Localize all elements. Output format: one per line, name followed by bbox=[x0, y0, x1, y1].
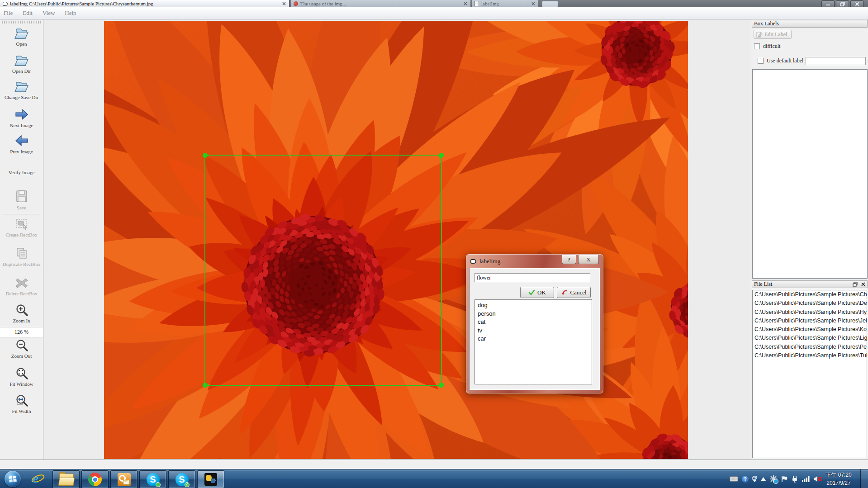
file-list-item[interactable]: C:\Users\Public\Pictures\Sample Pictures… bbox=[753, 299, 867, 308]
toolbar-delete-rectbox-button[interactable]: Delete RectBox bbox=[0, 277, 43, 297]
file-list-item[interactable]: C:\Users\Public\Pictures\Sample Pictures… bbox=[753, 343, 867, 351]
taskbar-skype-2[interactable]: S ✓ bbox=[168, 470, 195, 488]
windows-flag-icon bbox=[9, 475, 17, 483]
dialog-help-button[interactable]: ? bbox=[562, 255, 576, 264]
toolbar-create-rectbox-button[interactable]: Create RectBox bbox=[0, 217, 43, 238]
file-list-dock-header[interactable]: File List bbox=[752, 280, 868, 288]
label-options-list[interactable]: dog person cat tv car bbox=[474, 299, 592, 384]
label-option[interactable]: tv bbox=[475, 327, 592, 335]
toolbar-zoom-in-button[interactable]: Zoom In bbox=[0, 303, 43, 324]
toolbar-duplicate-rectbox-button[interactable]: Duplicate RectBox bbox=[0, 246, 43, 267]
titlebar-tab-labelimg-doc[interactable]: labelImg bbox=[472, 0, 538, 7]
toolbar-next-image-button[interactable]: Next Image bbox=[0, 108, 43, 128]
titlebar-tab-browser[interactable]: The usage of the img... bbox=[291, 0, 470, 7]
labelimg-application-window: labelImg C:\Users\Public\Pictures\Sample… bbox=[0, 0, 868, 488]
annotation-bbox[interactable] bbox=[204, 155, 442, 386]
taskbar-skype-1[interactable]: S bbox=[139, 470, 166, 488]
window-titlebar: labelImg C:\Users\Public\Pictures\Sample… bbox=[0, 0, 868, 7]
taskbar-chrome[interactable] bbox=[81, 470, 109, 488]
file-list-item[interactable]: C:\Users\Public\Pictures\Sample Pictures… bbox=[753, 325, 867, 334]
toolbar-fit-width-button[interactable]: Fit Width bbox=[0, 393, 43, 414]
zoom-out-icon bbox=[15, 338, 28, 352]
toolbar-open-button[interactable]: Open bbox=[0, 26, 43, 47]
taskbar-explorer[interactable] bbox=[52, 470, 80, 488]
file-list-item[interactable]: C:\Users\Public\Pictures\Sample Pictures… bbox=[753, 308, 867, 317]
toolbar-save-button[interactable]: Save bbox=[0, 189, 43, 211]
zoom-level-spinbox[interactable]: 126 % bbox=[0, 327, 43, 337]
bbox-handle-bottom-left[interactable] bbox=[203, 383, 208, 388]
edit-label-button[interactable]: Edit Label bbox=[754, 30, 792, 39]
document-tab-icon bbox=[474, 1, 479, 6]
file-list-item[interactable]: C:\Users\Public\Pictures\Sample Pictures… bbox=[753, 351, 867, 360]
image-canvas[interactable] bbox=[43, 20, 749, 460]
label-option[interactable]: cat bbox=[475, 318, 592, 327]
taskbar-clock[interactable]: 下午 07:20 2017/9/27 bbox=[823, 471, 854, 487]
file-list-item[interactable]: C:\Users\Public\Pictures\Sample Pictures… bbox=[753, 334, 867, 342]
menu-file[interactable]: File bbox=[4, 9, 13, 17]
bbox-handle-top-right[interactable] bbox=[439, 153, 444, 158]
file-list-item[interactable]: C:\Users\Public\Pictures\Sample Pictures… bbox=[753, 317, 867, 325]
delete-rectbox-icon bbox=[14, 277, 29, 289]
network-signal-icon[interactable] bbox=[802, 476, 810, 482]
tab-close-icon[interactable] bbox=[531, 1, 536, 6]
menu-edit[interactable]: Edit bbox=[23, 9, 33, 17]
restore-button[interactable] bbox=[836, 0, 849, 8]
toolbar-change-save-dir-button[interactable]: Change Save Dir bbox=[0, 80, 43, 100]
show-hidden-icons-arrow[interactable] bbox=[761, 477, 766, 481]
box-labels-dock-header[interactable]: Box Labels bbox=[752, 20, 868, 28]
toolbar-zoom-out-button[interactable]: Zoom Out bbox=[0, 338, 43, 359]
use-default-label-checkbox[interactable] bbox=[758, 58, 764, 64]
label-name-input[interactable] bbox=[474, 273, 590, 282]
label-option[interactable]: person bbox=[475, 310, 592, 318]
tab-close-icon[interactable] bbox=[282, 1, 286, 6]
tab-close-icon[interactable] bbox=[463, 1, 468, 6]
internet-explorer-icon: e bbox=[31, 472, 45, 486]
labelimg-app-icon: › bbox=[204, 473, 217, 486]
toolbar-prev-image-button[interactable]: Prev Image bbox=[0, 134, 43, 155]
help-tray-icon[interactable]: ? bbox=[742, 476, 749, 483]
system-tray: ? bbox=[730, 469, 822, 488]
bbox-handle-bottom-right[interactable] bbox=[439, 383, 444, 388]
dialog-titlebar[interactable]: labelImg ? X bbox=[470, 256, 599, 266]
toolbar-verify-image-button[interactable]: Verify Image bbox=[0, 168, 43, 175]
zoom-in-icon bbox=[15, 303, 28, 317]
cancel-button[interactable]: Cancel bbox=[557, 287, 591, 298]
menu-help[interactable]: Help bbox=[65, 9, 76, 17]
taskbar-internet-explorer[interactable]: e bbox=[28, 470, 48, 488]
difficult-checkbox-row: difficult bbox=[754, 43, 780, 50]
sync-tray-icon[interactable] bbox=[769, 475, 778, 483]
file-list[interactable]: C:\Users\Public\Pictures\Sample Pictures… bbox=[752, 290, 867, 458]
dialog-close-button[interactable]: X bbox=[578, 255, 599, 264]
toolbar-drag-handle[interactable] bbox=[2, 21, 41, 24]
default-label-input[interactable] bbox=[806, 57, 866, 65]
label-option[interactable]: dog bbox=[475, 301, 592, 310]
power-plug-icon[interactable] bbox=[791, 476, 798, 483]
keyboard-icon[interactable] bbox=[730, 476, 738, 482]
dock-close-icon[interactable] bbox=[861, 282, 866, 287]
bbox-handle-top-left[interactable] bbox=[203, 153, 208, 158]
taskbar-labelimg[interactable]: › bbox=[197, 470, 224, 488]
taskbar-outlook[interactable] bbox=[110, 470, 138, 488]
menu-view[interactable]: View bbox=[43, 9, 55, 17]
action-center-flag-icon[interactable] bbox=[781, 476, 787, 483]
box-labels-list[interactable] bbox=[752, 69, 868, 279]
start-button[interactable] bbox=[5, 471, 21, 487]
minimize-button[interactable] bbox=[821, 0, 835, 8]
ok-button[interactable]: OK bbox=[520, 287, 554, 298]
toolbar-open-dir-button[interactable]: Open Dir bbox=[0, 53, 43, 74]
label-option[interactable]: car bbox=[475, 335, 592, 343]
check-icon bbox=[528, 289, 535, 295]
difficult-checkbox[interactable] bbox=[754, 43, 760, 49]
close-button[interactable] bbox=[850, 0, 863, 8]
new-tab-button[interactable] bbox=[542, 1, 558, 7]
toolbar-divider bbox=[3, 214, 40, 214]
window-float-tray-icon[interactable] bbox=[752, 476, 757, 482]
toolbar-fit-window-button[interactable]: Fit Window bbox=[0, 366, 43, 387]
folder-icon bbox=[14, 53, 29, 67]
dock-float-icon[interactable] bbox=[853, 282, 858, 287]
titlebar-tab-labelimg-active[interactable]: labelImg C:\Users\Public\Pictures\Sample… bbox=[0, 0, 289, 7]
show-desktop-button[interactable] bbox=[860, 469, 868, 488]
volume-muted-icon[interactable] bbox=[813, 475, 822, 483]
use-default-label-row: Use default label bbox=[758, 57, 803, 64]
file-list-item[interactable]: C:\Users\Public\Pictures\Sample Pictures… bbox=[753, 290, 867, 299]
